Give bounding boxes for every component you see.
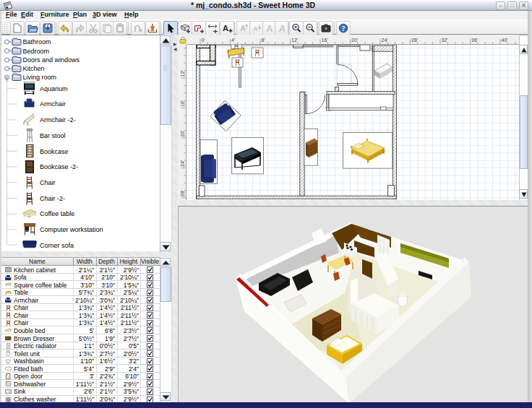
svg-text:16': 16'	[180, 100, 185, 107]
svg-text:40': 40'	[502, 38, 508, 43]
svg-text:0': 0'	[202, 38, 205, 43]
svg-text:24': 24'	[382, 38, 388, 43]
svg-text:A: A	[240, 24, 246, 32]
svg-text:20': 20'	[351, 38, 358, 43]
svg-text:36': 36'	[471, 38, 478, 43]
svg-text:Living room: Living room	[23, 74, 57, 81]
svg-text:16': 16'	[322, 38, 328, 43]
svg-text:Bar stool: Bar stool	[40, 132, 66, 139]
svg-text:Corner sofa: Corner sofa	[40, 242, 74, 249]
svg-text:32': 32'	[442, 38, 448, 43]
svg-text:12': 12'	[180, 70, 185, 77]
svg-text:Bookcase: Bookcase	[40, 148, 69, 155]
svg-text:Bookcase -2-: Bookcase -2-	[40, 163, 78, 170]
svg-text:?: ?	[342, 25, 346, 32]
svg-text:28': 28'	[411, 38, 418, 43]
svg-text:Aquarium: Aquarium	[40, 85, 68, 92]
svg-text:Doors and windows: Doors and windows	[23, 56, 80, 64]
svg-text:Armchair: Armchair	[40, 100, 66, 108]
svg-text:24': 24'	[180, 160, 185, 167]
svg-text:Kitchen: Kitchen	[23, 65, 45, 72]
svg-text:Chair -2-: Chair -2-	[40, 195, 65, 202]
svg-text:8': 8'	[262, 38, 265, 43]
svg-text:A: A	[223, 24, 228, 32]
svg-text:Chair: Chair	[40, 179, 56, 186]
svg-text:Coffee table: Coffee table	[40, 210, 74, 217]
svg-text:Armchair -2-: Armchair -2-	[40, 116, 76, 123]
svg-text:Bedroom: Bedroom	[23, 48, 50, 55]
svg-text:Bathroom: Bathroom	[23, 38, 51, 45]
svg-text:28': 28'	[180, 190, 185, 196]
svg-text:Computer workstation: Computer workstation	[40, 226, 103, 233]
svg-text:A: A	[278, 24, 286, 34]
svg-text:20': 20'	[180, 130, 185, 136]
svg-text:12': 12'	[291, 38, 298, 43]
svg-text:A: A	[253, 25, 258, 32]
svg-text:A: A	[267, 24, 273, 34]
svg-text:4': 4'	[231, 38, 235, 43]
